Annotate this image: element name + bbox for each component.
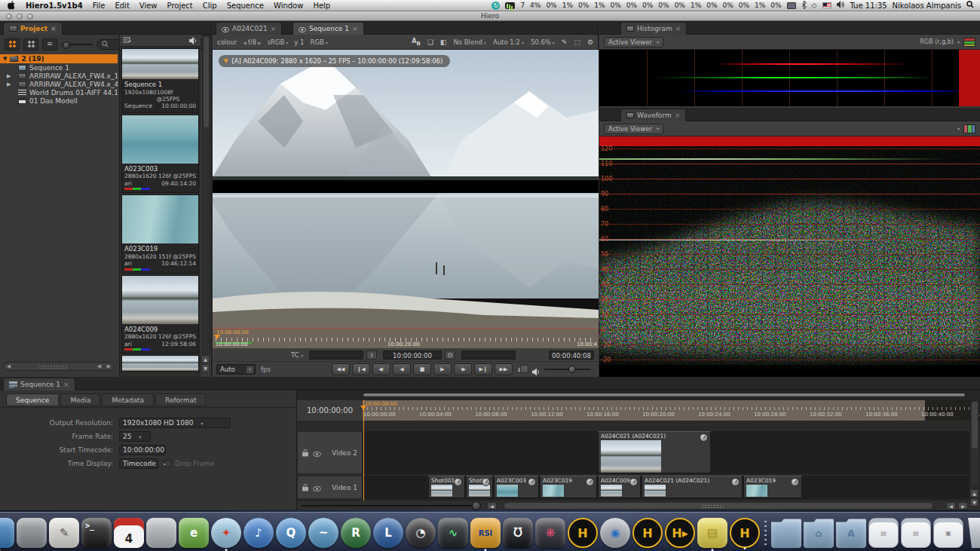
play-forward-once-button[interactable]: ·▶ [454, 363, 472, 375]
input-language-flag-icon[interactable] [822, 2, 831, 8]
scrollbar-thumb[interactable] [204, 37, 209, 127]
subtab-reformat[interactable]: Reformat [155, 393, 206, 406]
tree-item-0[interactable]: Sequence 1 [0, 63, 118, 72]
set-out-button[interactable]: O [445, 350, 455, 360]
bluetooth-icon[interactable] [801, 1, 807, 11]
viewer-tab-1[interactable]: Sequence 1× [292, 22, 364, 35]
dock-icon-folder-documents[interactable] [771, 518, 801, 548]
dock-icon-textedit[interactable]: ✎ [49, 518, 79, 548]
duration-field[interactable]: 00:00:40:08 [549, 350, 594, 360]
track-lane[interactable]: Shot0010Shot00A023C003A023C019A024C009A0… [363, 476, 969, 499]
close-icon[interactable]: × [63, 381, 69, 388]
gamma-control[interactable]: y 1 [294, 38, 304, 46]
channels-dropdown[interactable]: RGB [310, 38, 327, 46]
dock-icon-openoffice[interactable]: ~ [308, 518, 338, 548]
close-icon[interactable]: × [352, 25, 358, 32]
chevron-down-icon[interactable]: ▼ [3, 56, 7, 62]
subtab-media[interactable]: Media [60, 393, 100, 406]
scroll-left-icon-2[interactable]: ◀ [94, 363, 104, 369]
dock-icon-document-window[interactable]: ▣ [933, 518, 963, 548]
viewer-timeline-ruler[interactable]: 10:00:00:00 10:00:00:00 10:00:20:00 10:0… [213, 328, 599, 348]
waveform-source-dropdown[interactable]: Active Viewer [604, 124, 663, 134]
menubar-clock[interactable]: Tue 11:35 [850, 2, 887, 10]
settings-dropdown-1[interactable]: 25 [119, 431, 151, 442]
small-grid-view-button[interactable] [23, 38, 38, 51]
dock-icon-hiero-2[interactable]: H [632, 518, 663, 548]
tree-item-3[interactable]: World Drums 01-AIFF 44.1:16 [0, 88, 118, 96]
audio-mute-checkbox[interactable] [520, 365, 528, 373]
audio-mute-icon[interactable] [189, 37, 198, 44]
clip-thumbnail[interactable] [122, 115, 198, 164]
sort-filter-icon[interactable] [123, 37, 132, 44]
settings-dropdown-0[interactable]: 1920x1080 HD 1080 [119, 418, 231, 428]
menu-help[interactable]: Help [313, 2, 330, 10]
project-tree-hscrollbar[interactable]: ◀ ◀ ▶ [3, 362, 115, 371]
waveform-channels-icon[interactable] [963, 124, 975, 133]
menubar-user[interactable]: Nikolaos Almpanis [893, 2, 961, 10]
dock-icon-hiero[interactable]: H [568, 518, 598, 548]
viewer-tab-0[interactable]: A024C021× [216, 22, 282, 35]
waveform-plot[interactable]: 1201101009080706050403020100-10-20 [599, 136, 980, 377]
subtab-metadata[interactable]: Metadata [102, 393, 154, 406]
dock-icon-quicktime[interactable]: Q [276, 518, 306, 548]
ab-compare-icon[interactable]: AB [412, 38, 421, 47]
menu-edit[interactable]: Edit [115, 2, 129, 10]
menu-file[interactable]: File [93, 2, 106, 10]
scroll-right-icon[interactable]: ▶ [104, 363, 114, 369]
track-visible-eye-icon[interactable] [313, 445, 321, 460]
thumbnail-vscrollbar[interactable] [202, 35, 210, 354]
apple-menu-icon[interactable] [8, 1, 16, 10]
goto-start-button[interactable]: ◀◀ [332, 363, 350, 375]
volume-icon[interactable] [837, 1, 845, 10]
scroll-right-icon[interactable]: ▶ [958, 502, 968, 510]
timeline-clip[interactable]: A024C021 (A024C021) [598, 431, 711, 473]
scrollbar-grip[interactable] [17, 363, 91, 370]
dock-icon-folder-library[interactable]: ⌂ [804, 518, 834, 548]
menubar-app-name[interactable]: Hiero1.5v1b4 [26, 2, 83, 10]
scroll-up-icon[interactable]: ▲ [970, 489, 978, 497]
volume-knob[interactable] [568, 366, 576, 373]
sync-status-icon[interactable]: ↻ [492, 2, 500, 10]
layers-icon[interactable]: ❏ [427, 38, 433, 46]
chevron-right-icon[interactable]: ▶ [7, 73, 11, 79]
clip-card-0[interactable]: Sequence 11920x10801008f @25FPSSequence1… [121, 48, 199, 113]
dock-icon-resolve-green[interactable]: R [341, 518, 371, 548]
dock-icon-photo-booth[interactable] [146, 518, 176, 548]
blend-mode-dropdown[interactable]: No Blend [453, 38, 485, 46]
aperture-control[interactable]: ◀ f/8 ▶ [243, 38, 261, 46]
eyedropper-icon[interactable]: ✎ [562, 38, 568, 46]
wipe-icon[interactable]: ◧ [440, 38, 447, 46]
tab-project[interactable]: Project × [3, 22, 63, 35]
next-edit-button[interactable]: ▶❙ [474, 363, 492, 375]
zoom-slider-knob[interactable] [472, 501, 481, 510]
cpu-meter-icon[interactable] [505, 2, 515, 9]
clip-card-3[interactable]: A024C0092880x1620126f @25FPSari12:09:58:… [121, 275, 199, 354]
track-visible-eye-icon[interactable] [313, 480, 321, 494]
clip-card-1[interactable]: A023C0032880x1620126f @25FPSari09:40:14:… [121, 115, 199, 193]
tree-item-1[interactable]: ▶ARRIRAW_ALEXA_FW4.x_16by [0, 72, 118, 80]
histogram-mode-dropdown[interactable]: RGB (r,g,b) [920, 38, 954, 45]
scroll-left-icon[interactable]: ◀ [487, 502, 497, 510]
dock-icon-terminal[interactable]: >_ [81, 518, 112, 548]
clip-thumbnail[interactable] [122, 195, 198, 243]
chevron-right-icon[interactable]: ▶ [7, 81, 11, 87]
scroll-down-icon[interactable]: ▼ [201, 364, 210, 372]
menu-project[interactable]: Project [167, 2, 193, 10]
tree-item-2[interactable]: ▶ARRIRAW_ALEXA_FW4.x_4by3 [0, 80, 118, 88]
stop-button[interactable]: ■ [413, 363, 431, 375]
in-point-field[interactable] [309, 350, 363, 360]
timeline-zoom-bar[interactable] [363, 393, 966, 397]
thumbnail-size-slider[interactable] [61, 41, 93, 48]
dock-icon-calendar[interactable]: 4 [114, 518, 144, 548]
dock-icon-lacie[interactable]: ᘮ [503, 518, 533, 548]
timeline-vscrollbar[interactable] [970, 400, 979, 487]
dock-icon-rsi[interactable]: RSI [470, 518, 501, 548]
timeline-clip[interactable]: Shot0010 [428, 476, 465, 498]
settings-field-2[interactable]: 10:00:00:00 [119, 445, 166, 455]
track-lane[interactable]: A024C021 (A024C021) [363, 431, 969, 474]
scroll-left-icon[interactable]: ◀ [4, 363, 14, 369]
scroll-left-icon-2[interactable]: ◀ [946, 502, 956, 510]
dock-icon-finder[interactable] [0, 518, 14, 548]
dock-icon-folder-applications[interactable]: A [836, 518, 866, 548]
prev-edit-button[interactable]: ❙◀ [352, 363, 370, 375]
